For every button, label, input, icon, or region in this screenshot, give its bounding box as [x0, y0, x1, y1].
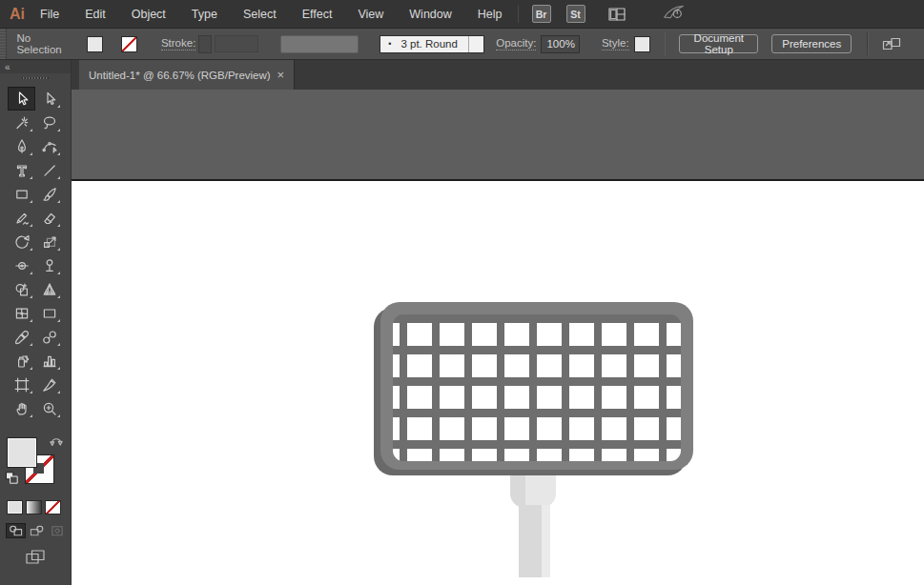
draw-behind-icon — [30, 525, 44, 536]
panel-drag-grip[interactable] — [22, 77, 49, 79]
menu-window[interactable]: Window — [409, 8, 451, 21]
opacity-label[interactable]: Opacity: — [496, 37, 536, 50]
menu-object[interactable]: Object — [132, 8, 166, 21]
fill-color-swatch[interactable] — [87, 36, 103, 52]
chevron-down-icon — [472, 41, 481, 47]
blend-tool[interactable] — [35, 325, 63, 349]
stroke-weight-dropdown[interactable] — [215, 35, 258, 52]
grill-handle-stem[interactable] — [519, 505, 550, 577]
menu-effect[interactable]: Effect — [302, 8, 333, 21]
grill-grate-pattern — [393, 314, 681, 461]
magic-wand-tool[interactable] — [8, 111, 35, 134]
perspective-grid-tool[interactable] — [35, 277, 63, 301]
tab-close-button[interactable]: × — [277, 69, 284, 81]
slice-tool[interactable] — [35, 373, 63, 396]
draw-normal-button[interactable] — [6, 523, 26, 538]
swap-fill-stroke-icon[interactable] — [50, 434, 63, 446]
selection-tool[interactable] — [8, 87, 35, 111]
fill-dropdown-chevron-icon[interactable] — [106, 41, 114, 47]
type-tool[interactable] — [8, 158, 35, 182]
collapse-panel-button[interactable]: « — [5, 62, 10, 72]
draw-behind-button[interactable] — [27, 523, 47, 538]
control-bar-right: Document Setup Preferences — [663, 32, 924, 55]
stroke-weight-stepper[interactable] — [198, 35, 212, 53]
rectangle-tool[interactable] — [8, 182, 35, 206]
draw-normal-icon — [9, 525, 23, 536]
none-button[interactable] — [45, 500, 61, 514]
arrange-documents-button[interactable] — [882, 37, 914, 50]
fill-stroke-cluster — [6, 435, 65, 487]
tools-panel-header: « — [0, 60, 71, 73]
stroke-weight-chevron-icon[interactable] — [261, 41, 270, 47]
document-tab-bar: Untitled-1* @ 66.67% (RGB/Preview) × — [72, 60, 924, 90]
eraser-tool[interactable] — [35, 206, 63, 230]
canvas[interactable] — [72, 90, 924, 585]
shaper-tool[interactable] — [8, 206, 35, 230]
zoom-tool[interactable] — [35, 396, 63, 420]
color-button[interactable] — [7, 500, 23, 514]
direct-selection-tool[interactable] — [35, 87, 63, 111]
menu-select[interactable]: Select — [243, 8, 277, 21]
stroke-dropdown-chevron-icon[interactable] — [140, 41, 149, 47]
default-fill-stroke-icon[interactable] — [6, 472, 18, 484]
menu-help[interactable]: Help — [478, 8, 503, 21]
style-label[interactable]: Style: — [602, 37, 629, 50]
screen-mode-icon — [26, 550, 45, 564]
symbol-sprayer-tool[interactable] — [8, 349, 35, 373]
draw-inside-icon — [51, 525, 65, 536]
paintbrush-tool[interactable] — [35, 182, 63, 206]
column-graph-tool[interactable] — [35, 349, 63, 373]
menu-type[interactable]: Type — [192, 8, 217, 21]
brush-definition-dropdown[interactable]: • 3 pt. Round — [380, 35, 484, 53]
menu-view[interactable]: View — [358, 8, 383, 21]
sync-settings-button[interactable] — [663, 5, 685, 23]
artboard-tool[interactable] — [8, 373, 35, 396]
rotate-tool[interactable] — [8, 230, 35, 253]
curvature-tool[interactable] — [35, 134, 63, 158]
puppet-warp-tool[interactable] — [35, 253, 63, 277]
gradient-button[interactable] — [26, 500, 42, 514]
pen-tool[interactable] — [8, 134, 35, 158]
document-tab[interactable]: Untitled-1* @ 66.67% (RGB/Preview) × — [79, 60, 295, 90]
shape-builder-tool[interactable] — [8, 277, 35, 301]
artboard[interactable] — [72, 179, 924, 585]
menu-edit[interactable]: Edit — [85, 8, 106, 21]
scale-tool[interactable] — [35, 230, 63, 253]
panel-grip[interactable] — [0, 29, 7, 59]
stroke-color-swatch[interactable] — [121, 36, 137, 52]
eyedropper-tool[interactable] — [8, 325, 35, 349]
drawing-modes-row — [6, 523, 71, 538]
bridge-button[interactable]: Br — [532, 5, 551, 23]
line-segment-tool[interactable] — [35, 158, 63, 182]
illustrator-window: Ai FileEditObjectTypeSelectEffectViewWin… — [0, 0, 924, 585]
chevron-down-icon — [906, 41, 914, 47]
brush-preview-dot: • — [388, 39, 391, 49]
preferences-button[interactable]: Preferences — [771, 34, 852, 53]
screen-mode-button[interactable] — [25, 550, 46, 564]
lasso-tool[interactable] — [35, 111, 63, 134]
tools-panel: « — [0, 60, 72, 585]
workspace-icon — [608, 8, 626, 21]
opacity-field[interactable]: 100% — [541, 35, 580, 53]
stock-button[interactable]: St — [566, 5, 585, 23]
stepper-up-icon[interactable] — [202, 40, 209, 44]
width-tool[interactable] — [8, 253, 35, 277]
hand-tool[interactable] — [8, 396, 35, 420]
stepper-down-icon[interactable] — [202, 45, 209, 49]
opacity-expand-button[interactable] — [580, 35, 593, 53]
style-swatch[interactable] — [634, 36, 650, 52]
fill-proxy-swatch[interactable] — [7, 437, 37, 468]
stroke-label[interactable]: Stroke: — [161, 37, 195, 50]
menu-divider — [518, 6, 519, 23]
menu-file[interactable]: File — [40, 8, 59, 21]
width-profile-chevron-icon — [361, 41, 370, 47]
workspace-switcher[interactable] — [608, 8, 640, 21]
gradient-tool[interactable] — [35, 301, 63, 325]
grill-head[interactable] — [380, 302, 693, 470]
mesh-tool[interactable] — [8, 301, 35, 325]
document-setup-button[interactable]: Document Setup — [679, 34, 758, 53]
opacity-value: 100% — [546, 38, 574, 50]
style-chevron-icon[interactable] — [654, 41, 663, 47]
brush-definition-chevron[interactable] — [468, 36, 483, 52]
illustrator-logo: Ai — [10, 6, 25, 23]
